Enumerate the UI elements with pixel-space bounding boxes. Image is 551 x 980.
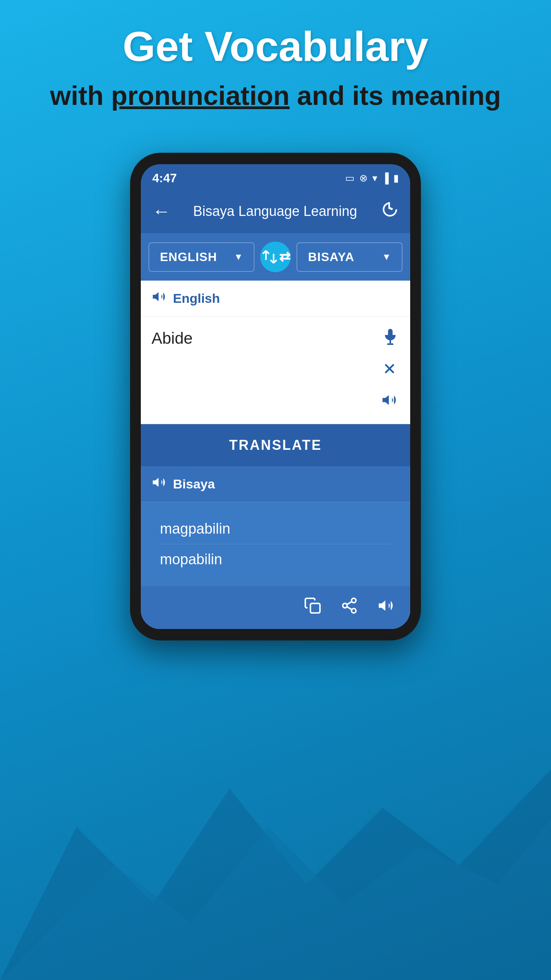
swap-icon xyxy=(261,248,279,266)
source-language-dropdown-icon: ▼ xyxy=(234,252,243,262)
copy-icon[interactable] xyxy=(304,597,321,618)
app-screen: ← Bisaya Language Learning ENGLISH ▼ xyxy=(141,189,410,629)
source-speaker-icon[interactable] xyxy=(152,289,167,308)
svg-point-14 xyxy=(352,598,356,603)
wifi-icon: ▾ xyxy=(372,172,377,184)
subtitle-highlight: pronunciation xyxy=(111,81,290,111)
svg-point-16 xyxy=(352,609,356,613)
target-language-dropdown-icon: ▼ xyxy=(382,252,391,262)
result-translations-list: magpabilin mopabilin xyxy=(141,502,410,586)
subtitle-pre: with xyxy=(50,81,111,111)
status-time: 4:47 xyxy=(152,171,177,185)
clear-input-icon[interactable] xyxy=(381,360,399,381)
svg-rect-13 xyxy=(310,603,320,613)
status-bar: 4:47 ▭ ⊗ ▾ ▐ ▮ xyxy=(141,164,410,189)
app-title: Bisaya Language Learning xyxy=(193,203,357,219)
source-lang-label-row: English xyxy=(141,281,410,317)
result-audio-icon[interactable] xyxy=(377,597,395,618)
bottom-action-bar xyxy=(141,586,410,629)
target-language-button[interactable]: BISAYA ▼ xyxy=(297,242,403,272)
svg-line-17 xyxy=(347,607,352,610)
language-selector-row: ENGLISH ▼ ⇄ BISAYA xyxy=(141,233,410,281)
app-bar: ← Bisaya Language Learning xyxy=(141,189,410,233)
microphone-icon[interactable] xyxy=(381,327,399,350)
wifi-off-icon: ⊗ xyxy=(359,172,368,184)
share-icon[interactable] xyxy=(341,597,358,618)
source-panel: English Abide xyxy=(141,281,410,424)
back-button[interactable]: ← xyxy=(152,201,171,222)
source-action-icons xyxy=(381,327,399,412)
svg-point-15 xyxy=(343,603,347,608)
swap-languages-button[interactable]: ⇄ xyxy=(260,242,291,272)
source-lang-label: English xyxy=(173,291,220,306)
history-button[interactable] xyxy=(380,200,399,222)
source-language-label: ENGLISH xyxy=(160,250,217,264)
target-language-label: BISAYA xyxy=(308,250,354,264)
status-icons: ▭ ⊗ ▾ ▐ ▮ xyxy=(345,172,399,184)
result-panel: Bisaya magpabilin mopabilin xyxy=(141,466,410,629)
source-input-area[interactable]: Abide xyxy=(141,317,410,424)
source-input-text: Abide xyxy=(152,329,192,347)
phone-body: 4:47 ▭ ⊗ ▾ ▐ ▮ ← Bisaya Language Learnin… xyxy=(130,153,421,640)
swap-arrows: ⇄ xyxy=(279,249,290,265)
page-header: Get Vocabulary with pronunciation and it… xyxy=(50,23,501,114)
source-language-button[interactable]: ENGLISH ▼ xyxy=(148,242,254,272)
source-audio-icon[interactable] xyxy=(381,392,399,412)
signal-icon: ▐ xyxy=(382,172,389,184)
battery-icon: ▮ xyxy=(393,172,399,184)
result-lang-label-row: Bisaya xyxy=(141,466,410,502)
translation-result-2: mopabilin xyxy=(160,544,391,575)
header-title: Get Vocabulary xyxy=(50,23,501,69)
translate-button[interactable]: TRANSLATE xyxy=(141,424,410,466)
header-subtitle: with pronunciation and its meaning xyxy=(50,77,501,114)
result-lang-label: Bisaya xyxy=(173,477,215,492)
translate-button-label: TRANSLATE xyxy=(229,437,322,453)
svg-line-18 xyxy=(347,601,352,604)
subtitle-post: and its meaning xyxy=(290,81,501,111)
phone-mockup: 4:47 ▭ ⊗ ▾ ▐ ▮ ← Bisaya Language Learnin… xyxy=(130,153,421,640)
sim-card-icon: ▭ xyxy=(345,172,355,184)
mountain-background xyxy=(0,712,551,980)
translation-result-1: magpabilin xyxy=(160,514,391,544)
result-speaker-icon[interactable] xyxy=(152,475,167,493)
